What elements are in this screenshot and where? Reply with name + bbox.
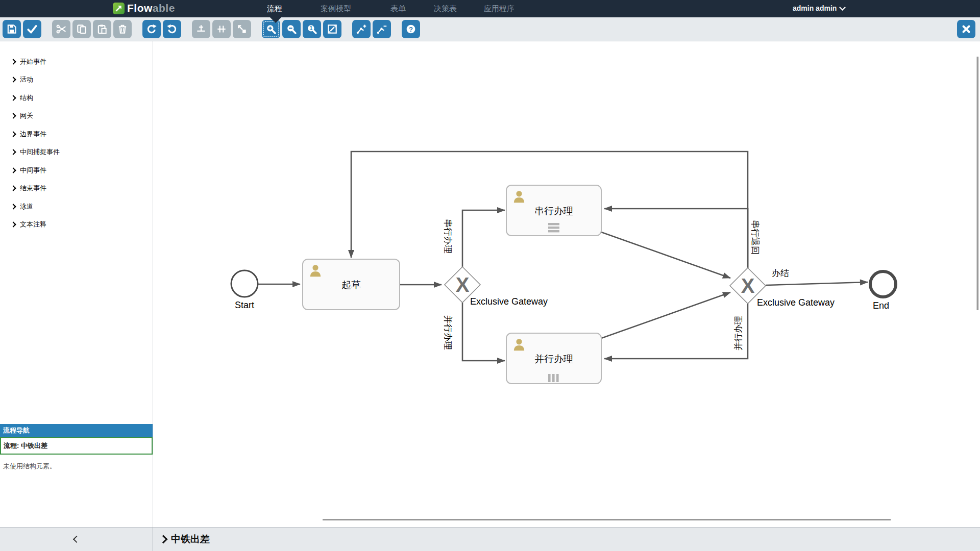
- flow-label-serial: 串行办理: [443, 219, 453, 254]
- chevron-right-icon: [10, 222, 16, 228]
- vertical-scrollbar[interactable]: [977, 57, 979, 310]
- palette-group-label: 中间捕捉事件: [20, 147, 60, 157]
- flow-label-serial-return: 串行退回: [750, 220, 760, 255]
- undo-icon: [166, 23, 178, 35]
- check-icon: [27, 23, 38, 35]
- paste-icon: [96, 23, 108, 35]
- align-horizontal-icon: [216, 23, 227, 35]
- bpmn-canvas[interactable]: 串行办理 并行办理 串行退回 并行办理 办结 Start 起草 X Exclus…: [153, 41, 980, 527]
- tab-decision-tables[interactable]: 决策表: [434, 4, 457, 14]
- zoom-in-icon: [265, 23, 277, 35]
- toolbar-separator: [344, 20, 350, 38]
- bpmn-diagram: 串行办理 并行办理 串行退回 并行办理 办结 Start 起草 X Exclus…: [153, 41, 980, 527]
- cut-button[interactable]: [52, 20, 70, 38]
- flow-label-parallel: 并行办理: [443, 315, 453, 350]
- palette-group-text-annotation[interactable]: 文本注释: [0, 216, 153, 234]
- navigator-note: 未使用结构元素。: [0, 455, 153, 478]
- collapse-palette-button[interactable]: [0, 527, 153, 551]
- toolbar-separator: [183, 20, 190, 38]
- svg-text:?: ?: [409, 26, 413, 33]
- tab-processes[interactable]: 流程: [267, 4, 282, 14]
- redo-button[interactable]: [142, 20, 161, 38]
- brand-text-able: able: [153, 2, 175, 14]
- palette-group-intermediate-catching-events[interactable]: 中间捕捉事件: [0, 143, 153, 162]
- user-menu[interactable]: admin admin: [793, 4, 845, 12]
- flow-serial-task-to-gateway2[interactable]: [601, 232, 730, 278]
- palette-group-activities[interactable]: 活动: [0, 71, 153, 89]
- palette-group-start-events[interactable]: 开始事件: [0, 53, 153, 71]
- remove-bendpoint-button[interactable]: [373, 20, 391, 38]
- zoom-fit-button[interactable]: [323, 20, 341, 38]
- zoom-out-button[interactable]: [282, 20, 301, 38]
- user-task-parallel[interactable]: 并行办理: [506, 333, 601, 384]
- palette-group-label: 网关: [20, 111, 33, 120]
- user-task-draft[interactable]: 起草: [303, 259, 400, 310]
- flow-gateway1-to-parallel-task[interactable]: [462, 303, 505, 361]
- redo-icon: [146, 23, 157, 35]
- chevron-right-icon: [10, 95, 16, 101]
- navigator-header: 流程导航: [0, 424, 153, 437]
- align-horizontal-button[interactable]: [212, 20, 231, 38]
- chevron-right-icon: [10, 59, 16, 64]
- align-vertical-icon: [195, 23, 207, 35]
- gateway-x-marker: X: [741, 274, 755, 297]
- palette-group-gateways[interactable]: 网关: [0, 107, 153, 126]
- sequential-multi-instance-icon: [548, 223, 559, 232]
- flow-parallel-task-to-gateway2[interactable]: [601, 292, 730, 338]
- chevron-right-icon: [159, 535, 168, 544]
- tab-forms[interactable]: 表单: [390, 4, 406, 14]
- active-tab-notch: [270, 17, 281, 23]
- gateway-label: Exclusive Gateway: [757, 297, 835, 308]
- close-editor-button[interactable]: [957, 20, 975, 38]
- exclusive-gateway-1[interactable]: X Exclusive Gateway: [445, 267, 548, 307]
- arrow-up-right-icon: [115, 5, 122, 12]
- editor-toolbar: 1 ?: [0, 17, 980, 41]
- start-event[interactable]: [231, 270, 258, 297]
- chevron-right-icon: [10, 204, 16, 209]
- palette-group-intermediate-events[interactable]: 中间事件: [0, 161, 153, 180]
- help-button[interactable]: ?: [402, 20, 420, 38]
- user-task-serial[interactable]: 串行办理: [506, 185, 601, 236]
- start-event-label: Start: [235, 300, 254, 310]
- flow-gateway1-to-serial-task[interactable]: [462, 210, 505, 267]
- chevron-left-icon: [72, 536, 80, 543]
- end-event-label: End: [873, 300, 889, 311]
- toolbar-separator: [43, 20, 50, 38]
- same-size-button[interactable]: [233, 20, 251, 38]
- zoom-fit-icon: [327, 23, 338, 35]
- end-event[interactable]: [870, 271, 896, 297]
- top-navbar: Flowable 流程 案例模型 表单 决策表 应用程序 admin admin: [0, 0, 980, 17]
- palette-group-label: 文本注释: [20, 220, 46, 229]
- cut-icon: [56, 23, 67, 35]
- chevron-right-icon: [10, 167, 16, 173]
- zoom-actual-button[interactable]: 1: [303, 20, 321, 38]
- copy-button[interactable]: [72, 20, 91, 38]
- palette-group-swimlanes[interactable]: 泳道: [0, 197, 153, 216]
- task-label: 并行办理: [534, 354, 573, 364]
- chevron-right-icon: [10, 131, 16, 137]
- flowable-logo-icon: [113, 3, 125, 14]
- palette-group-structure[interactable]: 结构: [0, 89, 153, 107]
- navigator-selected-process[interactable]: 流程: 中铁出差: [0, 437, 153, 455]
- flowable-logo[interactable]: Flowable: [113, 2, 175, 14]
- gateway-x-marker: X: [456, 273, 470, 296]
- chevron-down-icon: [839, 4, 846, 11]
- trash-icon: [117, 23, 128, 35]
- tab-case-models[interactable]: 案例模型: [321, 4, 351, 14]
- align-vertical-button[interactable]: [192, 20, 210, 38]
- palette-group-boundary-events[interactable]: 边界事件: [0, 125, 153, 143]
- paste-button[interactable]: [93, 20, 111, 38]
- process-name: 中铁出差: [171, 533, 210, 546]
- add-bendpoint-button[interactable]: [352, 20, 371, 38]
- palette-group-end-events[interactable]: 结束事件: [0, 180, 153, 198]
- validate-button[interactable]: [23, 20, 41, 38]
- bottom-bar: 中铁出差: [153, 527, 980, 551]
- delete-button[interactable]: [113, 20, 132, 38]
- help-icon: ?: [405, 23, 416, 35]
- toolbar-separator: [134, 20, 140, 38]
- flow-gateway2-to-end[interactable]: [766, 282, 868, 285]
- save-button[interactable]: [3, 20, 21, 38]
- horizontal-scrollbar[interactable]: [323, 519, 891, 521]
- tab-apps[interactable]: 应用程序: [484, 4, 514, 14]
- undo-button[interactable]: [163, 20, 181, 38]
